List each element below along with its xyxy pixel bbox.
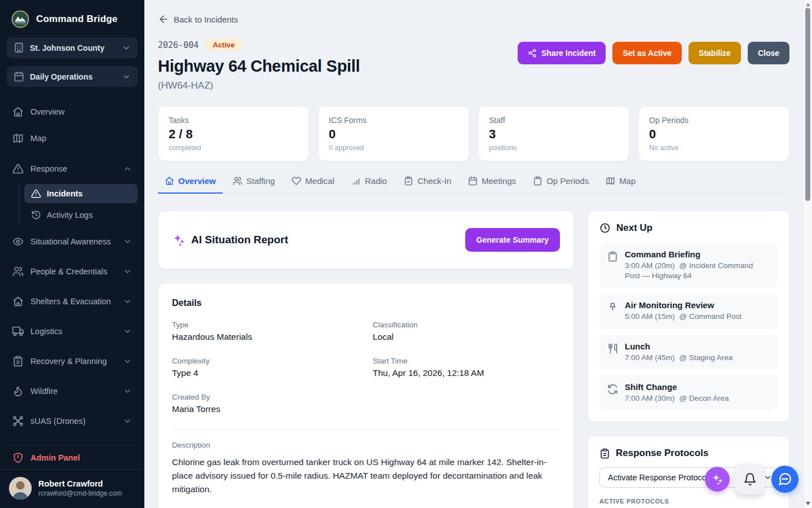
tab-map[interactable]: Map (599, 170, 642, 194)
schedule-item-air-monitoring-review[interactable]: Air Monitoring Review 5:00 AM (15m)@ Com… (599, 294, 778, 329)
chevron-down-icon (123, 417, 132, 426)
chevron-up-icon (123, 164, 132, 173)
chat-bubble-icon (778, 472, 792, 487)
vertical-scrollbar[interactable] (803, 0, 812, 508)
sidebar-item-shelters-evacuation[interactable]: Shelters & Evacuation (7, 290, 138, 313)
user-profile[interactable]: Robert Crawford rcrawford@cmd-bridge.com (0, 469, 144, 508)
main-content: Back to Incidents 2026-004 Active Highwa… (144, 0, 803, 508)
sidebar-item-logistics[interactable]: Logistics (7, 320, 138, 343)
chat-fab[interactable] (771, 466, 798, 493)
incident-code: (HW64-HAZ) (158, 80, 360, 91)
tab-overview[interactable]: Overview (158, 170, 223, 194)
description-text: Chlorine gas leak from overturned tanker… (172, 456, 555, 496)
chevron-down-icon (122, 43, 131, 52)
clipboard-icon (533, 176, 542, 186)
signal-bars-icon (351, 176, 361, 186)
flame-icon (12, 386, 24, 397)
tab-medical[interactable]: Medical (285, 170, 341, 194)
tab-check-in[interactable]: Check-In (397, 170, 458, 194)
sidebar-item-recovery-planning[interactable]: Recovery & Planning (7, 350, 138, 373)
avatar (9, 477, 32, 500)
sidebar-item-activity-logs[interactable]: Activity Logs (24, 205, 138, 225)
generate-summary-button[interactable]: Generate Summary (465, 228, 560, 252)
scroll-up-arrow[interactable] (806, 3, 810, 6)
share-incident-button[interactable]: Share Incident (518, 42, 606, 64)
divider (172, 429, 560, 430)
operations-mode-selector[interactable]: Daily Operations (7, 66, 138, 87)
schedule-item-shift-change[interactable]: Shift Change 7:00 AM (30m)@ Decon Area (599, 375, 778, 410)
utensils-icon (607, 343, 618, 363)
eye-icon (12, 236, 24, 247)
stat-card-staff: Staff 3 positions (478, 106, 629, 161)
ai-report-title: AI Situation Report (191, 234, 288, 246)
sidebar-item-incidents[interactable]: Incidents (24, 184, 138, 203)
county-selector[interactable]: St. Johnson County (7, 37, 138, 58)
status-badge: Active (205, 38, 242, 51)
ai-assistant-fab[interactable] (705, 467, 730, 492)
stat-card-tasks: Tasks 2 / 8 completed (158, 106, 309, 161)
sidebar-item-admin-panel[interactable]: Admin Panel (7, 445, 138, 469)
alert-triangle-icon (12, 163, 24, 174)
app-window: Command Bridge St. Johnson County Daily … (0, 0, 812, 508)
heart-icon (292, 176, 301, 186)
brand: Command Bridge (7, 7, 138, 37)
stat-card-op-periods: Op Periods 0 No active (638, 106, 789, 161)
stabilize-button[interactable]: Stabilize (689, 42, 741, 64)
incident-id: 2026-004 (158, 40, 198, 50)
close-incident-button[interactable]: Close (748, 42, 789, 64)
description-label: Description (172, 441, 560, 449)
calendar-icon (468, 176, 478, 186)
sidebar-item-situational-awareness[interactable]: Situational Awareness (7, 230, 138, 253)
arrow-left-icon (158, 14, 169, 25)
users-icon (233, 176, 242, 186)
schedule-item-lunch[interactable]: Lunch 7:00 AM (45m)@ Staging Area (599, 335, 778, 370)
shield-icon (12, 452, 24, 463)
set-as-active-button[interactable]: Set as Active (612, 42, 682, 64)
brand-name: Command Bridge (36, 14, 117, 25)
sidebar: Command Bridge St. Johnson County Daily … (0, 0, 144, 508)
response-subnav: Incidents Activity Logs (19, 184, 138, 225)
sidebar-item-map[interactable]: Map (7, 127, 138, 150)
back-to-incidents-link[interactable]: Back to Incidents (158, 14, 238, 25)
home-icon (165, 176, 174, 186)
tab-meetings[interactable]: Meetings (461, 170, 523, 194)
refresh-icon (607, 384, 618, 404)
notifications-fab[interactable] (735, 464, 765, 494)
chevron-down-icon (123, 387, 132, 396)
next-up-heading: Next Up (616, 222, 652, 234)
field-start-time: Start Time Thu, Apr 16, 2026, 12:18 AM (373, 357, 560, 378)
sidebar-item-wildfire[interactable]: Wildfire (7, 380, 138, 402)
tab-staffing[interactable]: Staffing (226, 170, 282, 194)
scrollbar-thumb[interactable] (805, 8, 810, 201)
chevron-down-icon (123, 297, 132, 306)
share-icon (528, 49, 537, 58)
clipboard-check-icon (404, 176, 413, 186)
clipboard-list-icon (12, 356, 24, 367)
alert-triangle-icon (31, 189, 41, 199)
tab-op-periods[interactable]: Op Periods (526, 170, 595, 194)
clock-icon (599, 222, 611, 234)
chevron-down-icon (123, 237, 132, 246)
county-selector-label: St. Johnson County (30, 43, 116, 52)
scroll-down-arrow[interactable] (806, 502, 810, 505)
chevron-down-icon (123, 327, 132, 336)
sidebar-item-response[interactable]: Response (7, 157, 138, 180)
sidebar-item-suas-drones[interactable]: sUAS (Drones) (7, 410, 138, 432)
app-logo-seal-icon (10, 9, 30, 29)
field-complexity: Complexity Type 4 (172, 357, 359, 378)
sidebar-item-people-credentials[interactable]: People & Credentials (7, 260, 138, 283)
chevron-down-icon (122, 72, 131, 81)
next-up-card: Next Up Command Briefing 3:00 AM (20m)@ … (588, 211, 789, 422)
sidebar-item-notifications-automation[interactable]: Notifications & Automation (7, 440, 138, 443)
ai-situation-report-card: AI Situation Report Generate Summary (158, 211, 574, 269)
tab-radio[interactable]: Radio (345, 170, 394, 194)
history-icon (31, 210, 41, 220)
sparkles-icon (172, 233, 186, 247)
drone-icon (12, 415, 24, 427)
map-icon (606, 176, 615, 186)
chevron-down-icon (123, 267, 132, 276)
schedule-item-command-briefing[interactable]: Command Briefing 3:00 AM (20m)@ Incident… (599, 243, 778, 288)
sidebar-item-overview[interactable]: Overview (7, 100, 138, 123)
operations-mode-label: Daily Operations (30, 72, 116, 81)
incident-actions: Share Incident Set as Active Stabilize C… (518, 42, 789, 64)
